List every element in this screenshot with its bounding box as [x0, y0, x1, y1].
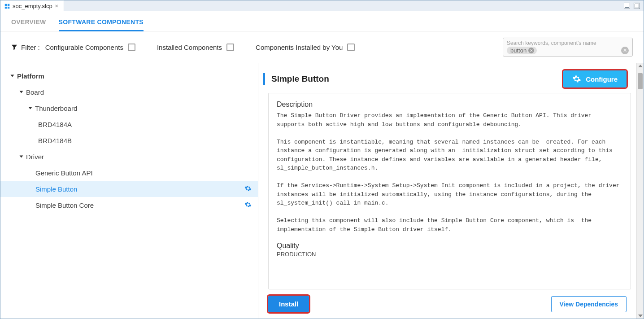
search-chip[interactable]: button ✕ [507, 47, 537, 54]
tree-label: Simple Button Core [35, 201, 94, 209]
app-window: soc_empty.slcp ✕ OVERVIEW SOFTWARE COMPO… [0, 0, 644, 319]
description-card: Description The Simple Button Driver pro… [268, 93, 631, 289]
chip-remove-icon[interactable]: ✕ [528, 48, 534, 53]
description-body: The Simple Button Driver provides an imp… [277, 111, 622, 234]
tree-label: Board [26, 88, 44, 96]
install-button[interactable]: Install [268, 296, 309, 312]
caret-icon [20, 156, 23, 158]
tree-thunderboard[interactable]: Thunderboard [0, 100, 258, 116]
filter-label: Filter : [21, 44, 40, 51]
view-dependencies-button[interactable]: View Dependencies [551, 296, 627, 312]
main-split: Platform Board Thunderboard BRD4184A BRD… [0, 63, 644, 319]
tree-brd4184a[interactable]: BRD4184A [0, 116, 258, 132]
minimize-pane-button[interactable] [624, 3, 630, 9]
view-deps-label: View Dependencies [560, 301, 618, 308]
filter-by-you-label: Components Installed by You [256, 44, 343, 51]
scroll-thumb[interactable] [638, 73, 643, 89]
tree-label: Generic Button API [35, 169, 93, 177]
search-clear-icon[interactable]: ✕ [621, 47, 629, 54]
maximize-pane-button[interactable] [634, 3, 640, 9]
detail-footer: Install View Dependencies [258, 289, 636, 319]
tree-driver[interactable]: Driver [0, 149, 258, 165]
tab-overview[interactable]: OVERVIEW [11, 17, 46, 31]
caret-icon [29, 107, 32, 109]
tree-label: BRD4184B [38, 137, 72, 144]
quality-value: PRODUCTION [277, 251, 622, 258]
configure-label: Configure [586, 75, 618, 83]
search-chip-label: button [510, 47, 527, 54]
filter-icon [11, 44, 17, 51]
close-tab-icon[interactable]: ✕ [55, 4, 60, 9]
page-tabs: OVERVIEW SOFTWARE COMPONENTS [0, 11, 644, 31]
configure-button[interactable]: Configure [563, 70, 627, 87]
tree-generic-button-api[interactable]: Generic Button API [0, 165, 258, 181]
svg-rect-3 [8, 6, 9, 8]
filter-configurable-checkbox[interactable] [128, 44, 135, 51]
svg-rect-1 [8, 4, 9, 5]
editor-tabstrip: soc_empty.slcp ✕ [0, 0, 644, 11]
caret-icon [11, 75, 14, 77]
filter-installed-label: Installed Components [157, 44, 222, 51]
tree-label: Simple Button [35, 185, 77, 193]
search-input[interactable]: Search keywords, component's name button… [503, 38, 633, 57]
detail-scroll-area: Description The Simple Button Driver pro… [258, 93, 636, 289]
tree-board[interactable]: Board [0, 84, 258, 100]
filter-configurable-label: Configurable Components [45, 44, 123, 51]
tree-label: Driver [26, 153, 44, 161]
tree-simple-button[interactable]: Simple Button [0, 181, 258, 197]
component-tree: Platform Board Thunderboard BRD4184A BRD… [0, 63, 258, 319]
gear-icon[interactable] [244, 185, 252, 193]
tree-label: BRD4184A [38, 121, 72, 128]
tree-platform[interactable]: Platform [0, 68, 258, 84]
description-heading: Description [277, 101, 622, 109]
scroll-up-icon[interactable] [638, 65, 643, 67]
caret-icon [20, 91, 23, 93]
quality-heading: Quality [277, 242, 622, 250]
tree-simple-button-core[interactable]: Simple Button Core [0, 197, 258, 213]
gear-icon [572, 74, 581, 83]
detail-pane: Simple Button Configure Description The … [258, 63, 644, 319]
svg-rect-2 [5, 6, 7, 8]
scroll-down-icon[interactable] [638, 315, 643, 317]
tree-label: Thunderboard [35, 105, 77, 112]
tree-label: Platform [17, 72, 44, 80]
search-placeholder: Search keywords, component's name [507, 40, 629, 46]
svg-rect-0 [5, 4, 7, 5]
file-icon [4, 3, 10, 9]
component-title: Simple Button [271, 74, 563, 84]
tree-brd4184b[interactable]: BRD4184B [0, 132, 258, 149]
file-tab-label: soc_empty.slcp [13, 3, 52, 9]
filter-by-you-checkbox[interactable] [347, 44, 355, 51]
file-tab-soc-empty[interactable]: soc_empty.slcp ✕ [0, 0, 64, 11]
filter-bar: Filter : Configurable Components Install… [0, 31, 644, 63]
detail-header: Simple Button Configure [258, 63, 636, 93]
accent-bar [263, 73, 265, 85]
tab-software-components[interactable]: SOFTWARE COMPONENTS [59, 17, 144, 31]
gear-icon[interactable] [244, 201, 252, 210]
vertical-scrollbar[interactable] [636, 63, 644, 319]
install-label: Install [279, 300, 298, 308]
filter-installed-checkbox[interactable] [226, 44, 234, 51]
